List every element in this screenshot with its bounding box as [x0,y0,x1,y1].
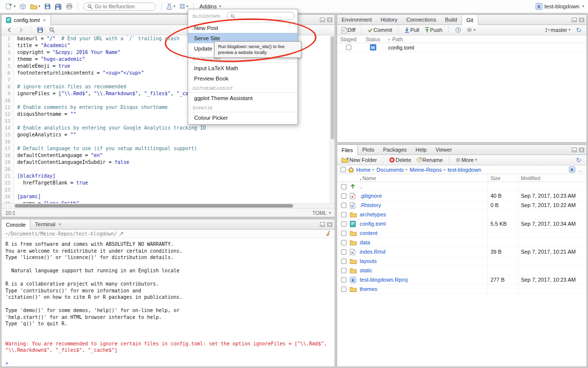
git-more-button[interactable]: ▾ [465,25,477,35]
back-button[interactable] [4,25,14,35]
file-checkbox[interactable] [341,277,346,283]
close-tab-icon[interactable]: × [43,17,46,23]
select-all-checkbox[interactable] [341,167,346,172]
file-name-link[interactable]: themes [360,286,377,292]
diff-button[interactable]: Diff [340,25,357,35]
tab-plots[interactable]: Plots [358,145,378,155]
git-file-row[interactable]: Mconfig.toml [337,43,587,52]
pull-button[interactable]: Pull [403,25,420,35]
find-replace-button[interactable] [47,25,57,35]
file-name-link[interactable]: .gitignore [360,193,382,199]
file-checkbox[interactable] [341,184,346,189]
history-button[interactable] [453,25,463,35]
delete-button[interactable]: Delete [388,155,413,165]
refresh-icon[interactable]: ↻ [574,25,584,35]
file-checkbox[interactable] [341,249,346,255]
code-line-22[interactable]: 22 hrefTargetBlank = true [1,180,335,186]
maximize-pane-icon[interactable] [579,18,584,22]
save-button[interactable] [43,1,52,12]
column-name[interactable]: ▴Name [360,175,488,181]
code-line-15[interactable]: 15googleAnalytics = "" [1,131,335,138]
open-in-window-icon[interactable] [119,232,123,236]
minimize-pane-icon[interactable] [572,18,577,22]
tools-button[interactable]: ▾ [165,1,177,12]
breadcrumb-item[interactable]: test-blogdown [447,167,481,173]
open-file-button[interactable]: ▾ [29,1,42,12]
console-prompt[interactable]: > [5,360,331,367]
file-checkbox[interactable] [341,212,346,217]
code-line-19[interactable]: 19defaultContentLanguageInSubdir = false [1,159,335,166]
column-staged[interactable]: Staged [337,36,360,42]
file-row[interactable]: .gitignore40 BSep 7, 2017, 10:23 AM [337,191,587,201]
file-name-link[interactable]: data [360,239,370,245]
breadcrumb-item[interactable]: Meine-Repos [410,167,441,173]
file-row[interactable]: config.toml5.5 KBSep 7, 2017, 10:34 AM [337,219,587,229]
addins-search-box[interactable] [227,12,294,20]
addins-search-input[interactable] [237,13,291,19]
clear-console-icon[interactable] [325,231,331,237]
language-mode-selector[interactable]: TOML▾ [313,210,331,216]
cursor-position[interactable]: 10:1 [5,210,15,216]
file-checkbox[interactable] [341,287,346,292]
tab-git[interactable]: Git [462,15,478,25]
project-selector[interactable]: R test-blogdown ▾ [536,3,584,10]
file-row[interactable]: .Rhistory0 BSep 7, 2017, 10:22 AM [337,201,587,210]
code-line-16[interactable]: 16 [1,138,335,145]
file-row[interactable]: static [337,266,587,275]
commit-button[interactable]: Commit [366,25,393,35]
file-row[interactable]: .. [337,182,587,191]
branch-selector[interactable]: master ▾ [543,25,572,35]
tab-build[interactable]: Build [441,15,461,25]
maximize-pane-icon[interactable] [327,18,332,22]
file-checkbox[interactable] [341,240,346,245]
rename-button[interactable]: Rename [415,155,444,165]
save-all-button[interactable] [53,1,63,12]
scrollbar-thumb[interactable] [331,36,334,139]
addins-item-ggplot-theme-assistant[interactable]: ggplot Theme Assistant [188,93,297,103]
goto-file-box[interactable] [83,2,156,11]
tab-console[interactable]: Console [1,219,30,230]
tab-environment[interactable]: Environment [337,15,376,25]
file-name-link[interactable]: content [360,230,377,236]
file-checkbox[interactable] [341,231,346,236]
column-path[interactable]: ▴Path [386,36,587,42]
file-name-link[interactable]: config.toml [360,221,386,227]
save-file-button[interactable] [35,25,45,35]
scrollbar-thumb[interactable] [15,204,293,208]
file-row[interactable]: Rindex.Rmd39 BSep 7, 2017, 10:21 AM [337,247,587,257]
addins-item-input-latex-math[interactable]: Input LaTeX Math [188,63,297,73]
file-name-link[interactable]: .. [360,184,363,189]
file-name-link[interactable]: static [360,267,372,273]
rproject-icon[interactable]: R [569,166,575,173]
file-row[interactable]: archetypes [337,210,587,219]
tab-packages[interactable]: Packages [379,145,411,155]
addins-item-new-post[interactable]: New Post [188,23,297,33]
code-line-23[interactable]: 23 [1,186,335,193]
file-checkbox[interactable] [341,221,346,227]
tab-help[interactable]: Help [411,145,431,155]
file-name-link[interactable]: archetypes [360,211,386,217]
tab-history[interactable]: History [376,15,402,25]
file-checkbox[interactable] [341,203,346,208]
file-checkbox[interactable] [341,268,346,273]
file-checkbox[interactable] [341,259,346,264]
addins-item-preview-book[interactable]: Preview Book [188,73,297,83]
new-file-button[interactable]: ▾ [4,1,17,12]
file-checkbox[interactable] [341,193,346,199]
push-button[interactable]: Push [423,25,444,35]
code-line-17[interactable]: 17# Default language to use (if you setu… [1,145,335,152]
column-status[interactable]: Status [360,36,386,42]
tab-viewer[interactable]: Viewer [431,145,456,155]
new-project-button[interactable] [18,1,28,12]
code-line-18[interactable]: 18defaultContentLanguage = "en" [1,152,335,159]
close-tab-icon[interactable]: × [58,221,61,227]
file-name-link[interactable]: layouts [360,258,377,264]
forward-button[interactable] [16,25,26,35]
refresh-icon[interactable]: ↻ [574,155,584,165]
editor-horizontal-scrollbar[interactable] [1,203,335,208]
code-line-21[interactable]: 21[blackfriday] [1,173,335,180]
tab-connections[interactable]: Connections [402,15,441,25]
tab-config-toml[interactable]: config.toml × [1,15,51,25]
tab-terminal[interactable]: Terminal× [30,219,66,229]
file-name-link[interactable]: test-blogdown.Rproj [360,277,408,283]
